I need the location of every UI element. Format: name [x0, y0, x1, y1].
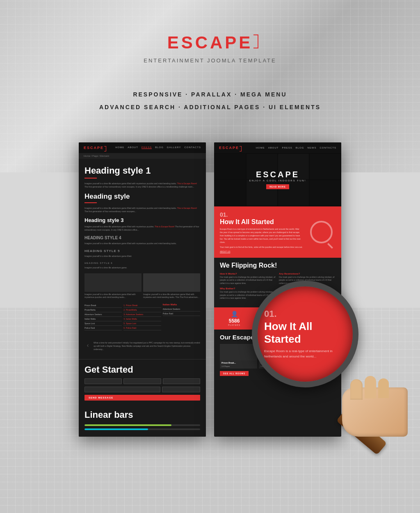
nav-press[interactable]: PRESS [142, 146, 152, 149]
section-01-text1: Escape Room is a real-type of entertainm… [220, 227, 303, 244]
list-item: 5. Space Lost [123, 321, 161, 326]
list-col-1: Prison Break Pirate/Mafia Adventure Seek… [84, 303, 122, 330]
heading1-underline [84, 178, 97, 179]
linear-bars-title: Linear bars [84, 410, 200, 420]
nav-blog[interactable]: BLOG [155, 146, 164, 149]
magnifying-glass-container: 01. How It All Started Escape Room is a … [252, 281, 408, 437]
list-item: 6. Police Raid [123, 326, 161, 330]
hero-subtitle: ENJOY A COOL INDOORS FUN! [249, 179, 306, 182]
list-item: 4. Italian Mafia [123, 317, 161, 321]
nav-home[interactable]: HOME [115, 146, 124, 149]
form-text2[interactable] [162, 387, 200, 392]
body-text-4: Imagine yourself in a time-life adventur… [84, 242, 200, 245]
glass-inner-content: 01. How It All Started Escape Room is a … [258, 286, 353, 382]
glass-section-number: 01. [264, 309, 346, 319]
list-section: Prison Break Pirate/Mafia Adventure Seek… [84, 303, 200, 330]
nav-about[interactable]: ABOUT [128, 146, 138, 149]
img-placeholder-1 [84, 273, 142, 292]
list-item: Pirate/Mafia [84, 308, 122, 312]
features: RESPONSIVE · PARALLAX · MEGA MENU ADVANC… [0, 88, 420, 114]
list-col-2: 1. Prison Break 2. Pirate/Mafia 3. Adven… [123, 303, 161, 330]
image-1: Imagine yourself in a time-life adventur… [84, 273, 142, 299]
body-text-5: Imagine yourself in a time-life adventur… [84, 254, 200, 258]
list-col-3: Italian Mafia Adventure Seekers Police R… [163, 303, 200, 330]
nav-left-logo: ESCAPE [84, 146, 104, 150]
heading4: HEADING STYLE 4 [84, 236, 200, 240]
section-01-right [307, 211, 336, 253]
section-01-heading: How It All Started [220, 218, 303, 226]
linear-bars-section: Linear bars [79, 405, 206, 437]
hero-read-more-button[interactable]: READ MORE [266, 184, 289, 189]
heading2: Heading style [84, 192, 200, 201]
list-col3-title: Italian Mafia [163, 303, 200, 306]
list-item: 3. Adventure Seekers [123, 312, 161, 317]
nav-r-about[interactable]: ABOUT [268, 147, 279, 149]
bar-fill-1 [84, 424, 171, 426]
breadcrumb: Home / Page / Element [79, 153, 206, 159]
nav-r-contacts[interactable]: CONTACTS [320, 147, 336, 149]
nav-left-links: HOME ABOUT PRESS BLOG GALLERY CONTACTS [115, 146, 201, 149]
list-item: Italian Mafia [84, 317, 122, 321]
logo: ESCAPE [167, 33, 253, 53]
form-text1[interactable] [84, 387, 160, 392]
subtitle: ENTERTAINMENT JOOMLA TEMPLATE [0, 57, 420, 64]
see-all-rooms-button[interactable]: SEE ALL ROOMS [220, 371, 249, 376]
finger-3 [378, 378, 389, 398]
section-01-left: 01. How It All Started Escape Room is a … [220, 211, 303, 253]
hero-title: ESCAPE [256, 170, 299, 179]
send-message-button[interactable]: SEND MESSAGE [84, 395, 200, 401]
nav-contacts[interactable]: CONTACTS [184, 146, 201, 149]
glass-text: Escape Room is a real-type of entertainm… [264, 349, 346, 360]
stat-players-value: 5586 [228, 318, 240, 324]
nav-r-blog[interactable]: BLOG [296, 147, 304, 149]
nav-gallery[interactable]: GALLERY [167, 146, 181, 149]
stat-players: 👤 5586 PLAYERS [228, 311, 240, 326]
image-grid: Imagine yourself in a time-life adventur… [84, 273, 200, 299]
testimonial-arrow-icon: ‹ [84, 342, 91, 348]
form-select[interactable] [163, 378, 200, 384]
body-text-2: Imagine yourself in a time-life adventur… [84, 206, 200, 213]
heading3: Heading style 3 [84, 217, 200, 223]
list-item: Space Lost [84, 321, 122, 326]
finger-1 [350, 379, 363, 400]
section-02-heading: We Flipping Rock! [220, 262, 336, 269]
nav-r-news[interactable]: NEWS [307, 147, 316, 149]
form-first-name[interactable] [84, 378, 122, 384]
players-icon: 👤 [228, 311, 240, 317]
body-text-1: Imagine yourself in a time-life adventur… [84, 182, 200, 188]
heading6: HEADING STYLE 6 [84, 262, 200, 264]
heading2-underline [84, 202, 97, 203]
list-item: Police Raid [163, 311, 200, 316]
hero-overlay: ESCAPE ENJOY A COOL INDOORS FUN! READ MO… [214, 153, 341, 206]
img-caption-1: Imagine yourself in a time-life adventur… [84, 293, 142, 299]
image-2: Imagine yourself in a time-life adventur… [143, 273, 200, 299]
list-item: Adventure Seekers [84, 312, 122, 317]
list-item: Police Raid [84, 326, 122, 330]
form-last-name[interactable] [123, 378, 161, 384]
body-text-6: Imagine yourself in a time-life adventur… [84, 266, 200, 269]
nav-r-press[interactable]: PRESS [282, 147, 292, 149]
hand-shape [342, 387, 408, 437]
nav-r-home[interactable]: HOME [256, 147, 265, 149]
about-us-link[interactable]: ABOUT US [220, 250, 303, 253]
heading1: Heading style 1 [84, 165, 200, 176]
bar-track-2 [84, 428, 200, 430]
magnify-icon [310, 221, 333, 243]
nav-right-logo: ESCAPE [219, 146, 239, 150]
page-left: ESCAPE HOME ABOUT PRESS BLOG GALLERY CON… [79, 142, 206, 437]
list-item: 1. Prison Break [123, 303, 161, 308]
bar-fill-2 [84, 428, 148, 430]
hero-section: ESCAPE ENJOY A COOL INDOORS FUN! READ MO… [214, 153, 341, 206]
list-item: Prison Break [84, 303, 122, 308]
bar-item-1 [84, 424, 200, 426]
accordion-title-1: How It Works? [220, 273, 276, 275]
bar-item-2 [84, 428, 200, 430]
glass-heading: How It All Started [264, 320, 346, 346]
stat-players-label: PLAYERS [228, 324, 240, 326]
get-started-title: Get Started [84, 364, 200, 375]
nav-right-links: HOME ABOUT PRESS BLOG NEWS CONTACTS [256, 147, 336, 149]
section-01-text2: Your main goal is to find all the hints,… [220, 245, 303, 249]
testimonial-text: What a time for web promotion! Initially… [94, 341, 200, 351]
heading5: HEADING STYLE 5 [84, 249, 200, 253]
page-right-nav: ESCAPE HOME ABOUT PRESS BLOG NEWS CONTAC… [214, 142, 341, 153]
